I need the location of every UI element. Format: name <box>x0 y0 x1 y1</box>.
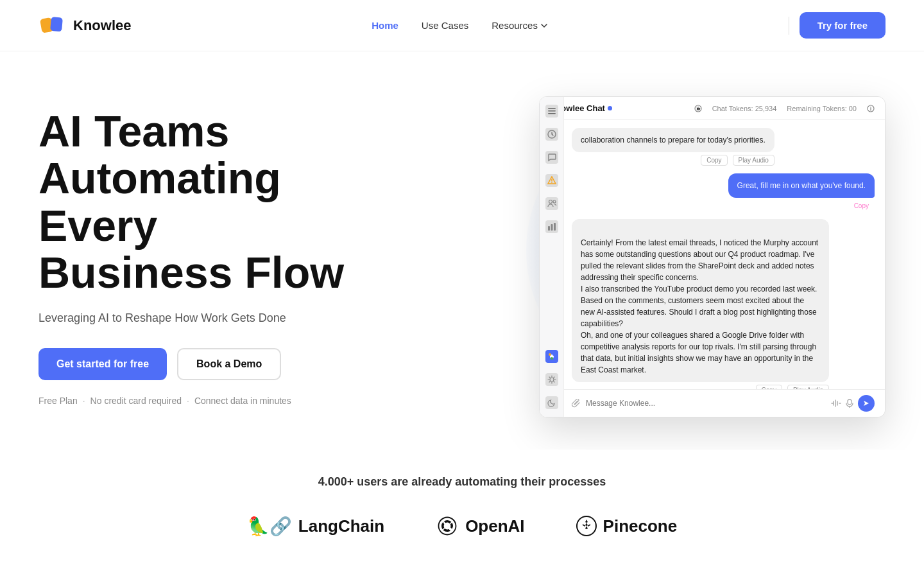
svg-rect-2 <box>548 108 556 109</box>
message-2: Great, fill me in on what you've found. … <box>728 173 875 211</box>
langchain-logo: 🦜🔗 LangChain <box>247 516 384 537</box>
hero-subtitle: Leveraging AI to Reshape How Work Gets D… <box>38 311 411 325</box>
clock-icon <box>547 130 556 139</box>
logos-row: 🦜🔗 LangChain OpenAI Pinecone <box>38 514 886 538</box>
message-1: collaboration channels to prepare for to… <box>572 128 774 166</box>
hero-left: AI Teams Automating Every Business Flow … <box>38 108 411 407</box>
chart-icon <box>547 222 556 231</box>
warning-icon <box>547 176 556 185</box>
chat-window: Knowlee Chat Chat Tokens: 25,934 Remaini… <box>539 96 886 417</box>
message-3: Certainly! From the latest email threads… <box>572 219 829 389</box>
chat-input-icons <box>831 395 875 412</box>
sidebar-icon-color[interactable] <box>545 350 558 363</box>
send-icon <box>862 399 870 407</box>
nav-use-cases[interactable]: Use Cases <box>422 20 468 31</box>
nav-right: Try for free <box>789 12 886 39</box>
pinecone-text: Pinecone <box>603 516 678 536</box>
chat-bubble-icon <box>547 153 556 162</box>
openai-icon <box>436 514 459 538</box>
chat-input-field[interactable] <box>586 399 826 408</box>
sidebar-icon-chat[interactable] <box>545 151 558 164</box>
users-icon <box>547 199 556 208</box>
hero-buttons: Get started for free Book a Demo <box>38 348 411 380</box>
sidebar-icon-sun[interactable] <box>545 373 558 386</box>
social-proof-title: 4.000+ users are already automating thei… <box>38 475 886 489</box>
try-free-button[interactable]: Try for free <box>800 12 886 39</box>
logo-icon <box>38 12 67 40</box>
nav-home[interactable]: Home <box>372 20 398 31</box>
get-started-button[interactable]: Get started for free <box>38 348 167 380</box>
hero-right: Knowlee Chat Chat Tokens: 25,934 Remaini… <box>539 96 886 417</box>
message-1-bubble: collaboration channels to prepare for to… <box>572 128 774 152</box>
message-2-actions: Copy <box>728 200 875 211</box>
sidebar-icon-warning[interactable] <box>545 174 558 187</box>
msg-audio-btn-1[interactable]: Play Audio <box>733 155 774 166</box>
color-icon <box>547 352 556 361</box>
openai-logo: OpenAI <box>436 514 524 538</box>
sidebar-icon-menu[interactable] <box>545 105 558 118</box>
chat-status-dot <box>608 106 612 110</box>
svg-rect-3 <box>548 110 556 112</box>
sidebar-icon-users[interactable] <box>545 197 558 210</box>
message-2-bubble: Great, fill me in on what you've found. <box>728 173 875 198</box>
moon-icon <box>547 398 556 407</box>
attachment-icon <box>572 399 581 408</box>
nav-resources[interactable]: Resources <box>492 20 548 31</box>
svg-rect-18 <box>848 399 851 405</box>
langchain-text: LangChain <box>298 516 384 536</box>
logo-text: Knowlee <box>73 17 131 34</box>
chat-topbar: Knowlee Chat Chat Tokens: 25,934 Remaini… <box>540 97 885 120</box>
hero-title: AI Teams Automating Every Business Flow <box>38 108 411 297</box>
menu-icon <box>548 107 556 115</box>
svg-point-6 <box>549 200 552 204</box>
svg-rect-1 <box>50 17 63 31</box>
chevron-down-icon <box>540 22 548 30</box>
pinecone-icon <box>576 516 597 536</box>
message-3-actions: Copy Play Audio <box>572 385 829 389</box>
svg-rect-9 <box>551 224 552 231</box>
logo[interactable]: Knowlee <box>38 12 131 40</box>
msg-copy-btn-3[interactable]: Copy <box>756 385 782 389</box>
msg-copy-btn-1[interactable]: Copy <box>701 155 727 166</box>
send-button[interactable] <box>858 395 875 412</box>
navbar: Knowlee Home Use Cases Resources Try for… <box>0 0 924 51</box>
social-proof-section: 4.000+ users are already automating thei… <box>0 450 924 576</box>
svg-point-13 <box>552 353 555 356</box>
nav-divider <box>789 17 789 35</box>
sun-icon <box>547 375 556 384</box>
book-demo-button[interactable]: Book a Demo <box>177 348 281 380</box>
svg-point-14 <box>551 357 553 360</box>
hero-meta: Free Plan · No credit card required · Co… <box>38 396 411 406</box>
msg-audio-btn-3[interactable]: Play Audio <box>787 385 829 389</box>
hero-section: AI Teams Automating Every Business Flow … <box>0 51 924 450</box>
message-3-bubble: Certainly! From the latest email threads… <box>572 219 829 382</box>
pinecone-logo: Pinecone <box>576 516 678 536</box>
svg-point-7 <box>553 200 556 203</box>
waveform-icon <box>831 398 841 408</box>
chat-messages: collaboration channels to prepare for to… <box>540 120 885 389</box>
openai-text: OpenAI <box>465 516 524 536</box>
sidebar-icon-clock[interactable] <box>545 128 558 141</box>
microphone-icon[interactable] <box>845 399 854 408</box>
svg-point-12 <box>549 353 551 356</box>
svg-rect-8 <box>548 226 550 231</box>
langchain-icon: 🦜🔗 <box>247 516 292 537</box>
svg-rect-10 <box>554 223 556 231</box>
msg-copy-btn-2[interactable]: Copy <box>848 200 875 211</box>
nav-links: Home Use Cases Resources <box>372 20 548 31</box>
chat-sidebar <box>540 97 564 417</box>
svg-point-15 <box>550 378 554 381</box>
svg-rect-4 <box>548 113 556 114</box>
message-1-actions: Copy Play Audio <box>572 155 774 166</box>
info-icon <box>867 105 875 112</box>
sidebar-icon-moon[interactable] <box>545 396 558 409</box>
sidebar-icon-chart[interactable] <box>545 220 558 233</box>
chat-tokens: Chat Tokens: 25,934 Remaining Tokens: 00 <box>694 105 875 112</box>
tokens-icon <box>694 105 702 112</box>
chat-input-bar <box>540 389 885 417</box>
